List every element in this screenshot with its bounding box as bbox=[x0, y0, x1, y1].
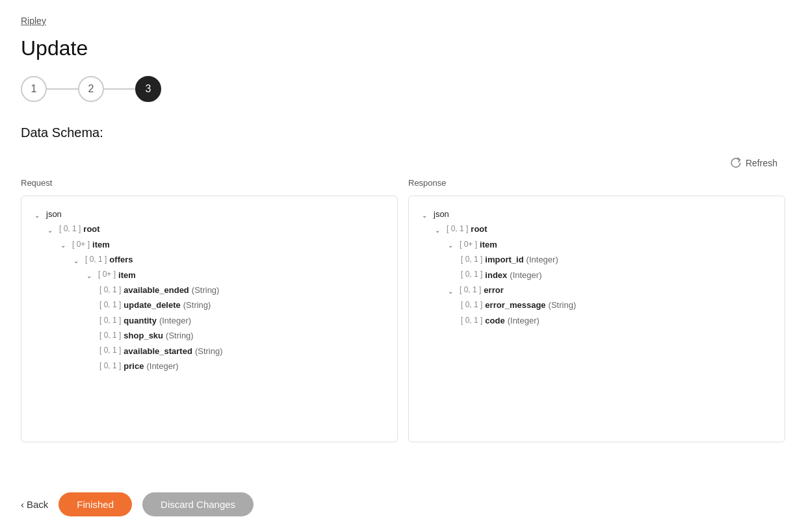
resp-tree-row-index: [ 0, 1 ] index (Integer) bbox=[422, 268, 772, 283]
resp-field-name-1: index bbox=[485, 268, 507, 283]
resp-field-type-0: (Integer) bbox=[526, 252, 558, 267]
discard-button[interactable]: Discard Changes bbox=[142, 492, 254, 516]
field-range-2: [ 0, 1 ] bbox=[99, 314, 121, 328]
response-tree: ⌄ json ⌄ [ 0, 1 ] root ⌄ [ 0+ ] item bbox=[422, 207, 772, 328]
field-name-3: shop_sku bbox=[124, 328, 163, 343]
back-button[interactable]: ‹ Back bbox=[21, 499, 48, 510]
section-title: Data Schema: bbox=[21, 125, 785, 140]
field-name-2: quantity bbox=[124, 313, 157, 328]
step-1[interactable]: 1 bbox=[21, 76, 47, 102]
chevron-root[interactable]: ⌄ bbox=[47, 225, 57, 234]
page-title: Update bbox=[21, 36, 785, 60]
chevron-offers-item[interactable]: ⌄ bbox=[86, 270, 96, 279]
tree-row-offers-item: ⌄ [ 0+ ] item bbox=[34, 268, 384, 283]
resp-tree-row-json: ⌄ json bbox=[422, 207, 772, 222]
response-label: Response bbox=[408, 178, 785, 188]
resp-field-name-0: import_id bbox=[485, 252, 523, 267]
offers-label: offers bbox=[109, 252, 133, 267]
resp-tree-row-error-message: [ 0, 1 ] error_message (String) bbox=[422, 298, 772, 312]
tree-row-update-delete: [ 0, 1 ] update_delete (String) bbox=[34, 298, 384, 312]
resp-efield-name-1: code bbox=[485, 313, 504, 328]
request-section: Request ⌄ json ⌄ [ 0, 1 ] root bbox=[21, 178, 398, 466]
field-range-3: [ 0, 1 ] bbox=[99, 329, 121, 343]
field-type-1: (String) bbox=[183, 298, 211, 312]
field-range-1: [ 0, 1 ] bbox=[99, 298, 121, 312]
resp-item-range: [ 0+ ] bbox=[460, 238, 477, 252]
tree-row-available-started: [ 0, 1 ] available_started (String) bbox=[34, 344, 384, 359]
offers-range: [ 0, 1 ] bbox=[85, 253, 107, 267]
page: Ripley Update 1 2 3 Data Schema: Refresh… bbox=[0, 0, 806, 532]
chevron-item[interactable]: ⌄ bbox=[60, 240, 70, 249]
back-chevron-icon: ‹ bbox=[21, 499, 24, 510]
refresh-bar: Refresh bbox=[21, 153, 785, 173]
root-label: root bbox=[83, 222, 99, 236]
resp-tree-row-item: ⌄ [ 0+ ] item bbox=[422, 237, 772, 252]
resp-root-label: root bbox=[471, 222, 487, 236]
tree-row-quantity: [ 0, 1 ] quantity (Integer) bbox=[34, 313, 384, 328]
resp-error-label: error bbox=[484, 283, 503, 298]
resp-efield-type-0: (String) bbox=[549, 298, 577, 312]
response-panel: ⌄ json ⌄ [ 0, 1 ] root ⌄ [ 0+ ] item bbox=[408, 196, 785, 442]
resp-tree-row-import-id: [ 0, 1 ] import_id (Integer) bbox=[422, 252, 772, 267]
resp-chevron-item[interactable]: ⌄ bbox=[448, 240, 457, 249]
chevron-offers[interactable]: ⌄ bbox=[73, 255, 83, 264]
bottom-bar: ‹ Back Finished Discard Changes bbox=[21, 477, 785, 532]
tree-row-item: ⌄ [ 0+ ] item bbox=[34, 237, 384, 252]
offers-item-range: [ 0+ ] bbox=[98, 268, 116, 282]
item-label: item bbox=[92, 237, 110, 252]
resp-field-type-1: (Integer) bbox=[510, 268, 541, 283]
field-range-0: [ 0, 1 ] bbox=[99, 283, 121, 298]
refresh-label: Refresh bbox=[746, 158, 777, 168]
back-label: Back bbox=[27, 499, 48, 510]
breadcrumb-link[interactable]: Ripley bbox=[21, 16, 785, 26]
tree-row-shop-sku: [ 0, 1 ] shop_sku (String) bbox=[34, 328, 384, 343]
tree-row-root: ⌄ [ 0, 1 ] root bbox=[34, 222, 384, 236]
schema-panels: Request ⌄ json ⌄ [ 0, 1 ] root bbox=[21, 178, 785, 466]
field-type-3: (String) bbox=[166, 328, 194, 343]
field-type-0: (String) bbox=[192, 283, 220, 298]
request-tree: ⌄ json ⌄ [ 0, 1 ] root ⌄ [ 0+ ] item bbox=[34, 207, 384, 374]
refresh-icon bbox=[730, 157, 742, 169]
resp-field-range-1: [ 0, 1 ] bbox=[461, 268, 482, 282]
finished-button[interactable]: Finished bbox=[58, 492, 132, 516]
chevron-json[interactable]: ⌄ bbox=[34, 210, 44, 219]
tree-row-json: ⌄ json bbox=[34, 207, 384, 222]
request-panel: ⌄ json ⌄ [ 0, 1 ] root ⌄ [ 0+ ] item bbox=[21, 196, 398, 442]
item-range: [ 0+ ] bbox=[72, 238, 90, 252]
resp-tree-row-root: ⌄ [ 0, 1 ] root bbox=[422, 222, 772, 236]
tree-row-offers: ⌄ [ 0, 1 ] offers bbox=[34, 252, 384, 267]
field-name-0: available_ended bbox=[124, 283, 188, 298]
step-3[interactable]: 3 bbox=[135, 76, 161, 102]
resp-error-range: [ 0, 1 ] bbox=[460, 283, 481, 298]
field-range-4: [ 0, 1 ] bbox=[99, 344, 121, 358]
tree-row-available-ended: [ 0, 1 ] available_ended (String) bbox=[34, 283, 384, 298]
field-type-4: (String) bbox=[195, 344, 223, 359]
field-range-5: [ 0, 1 ] bbox=[99, 359, 121, 374]
resp-chevron-error[interactable]: ⌄ bbox=[448, 286, 457, 295]
field-name-4: available_started bbox=[124, 344, 192, 359]
request-label: Request bbox=[21, 178, 398, 188]
json-label: json bbox=[46, 207, 62, 222]
tree-row-price: [ 0, 1 ] price (Integer) bbox=[34, 359, 384, 374]
field-type-5: (Integer) bbox=[146, 359, 178, 374]
resp-chevron-root[interactable]: ⌄ bbox=[435, 225, 444, 234]
resp-efield-name-0: error_message bbox=[485, 298, 545, 312]
step-connector-1-2 bbox=[47, 88, 78, 90]
refresh-button[interactable]: Refresh bbox=[722, 153, 785, 173]
response-section: Response ⌄ json ⌄ [ 0, 1 ] root bbox=[408, 178, 785, 466]
resp-item-label: item bbox=[480, 237, 497, 252]
resp-json-label: json bbox=[434, 207, 449, 222]
resp-efield-range-1: [ 0, 1 ] bbox=[461, 314, 482, 328]
resp-root-range: [ 0, 1 ] bbox=[447, 222, 468, 236]
resp-field-range-0: [ 0, 1 ] bbox=[461, 253, 482, 267]
stepper: 1 2 3 bbox=[21, 76, 785, 102]
offers-item-label: item bbox=[118, 268, 136, 283]
step-2[interactable]: 2 bbox=[78, 76, 104, 102]
step-connector-2-3 bbox=[104, 88, 135, 90]
resp-efield-range-0: [ 0, 1 ] bbox=[461, 298, 482, 312]
root-range: [ 0, 1 ] bbox=[59, 222, 81, 236]
resp-chevron-json[interactable]: ⌄ bbox=[422, 210, 431, 219]
field-name-1: update_delete bbox=[124, 298, 180, 312]
resp-tree-row-code: [ 0, 1 ] code (Integer) bbox=[422, 313, 772, 328]
resp-efield-type-1: (Integer) bbox=[508, 313, 540, 328]
